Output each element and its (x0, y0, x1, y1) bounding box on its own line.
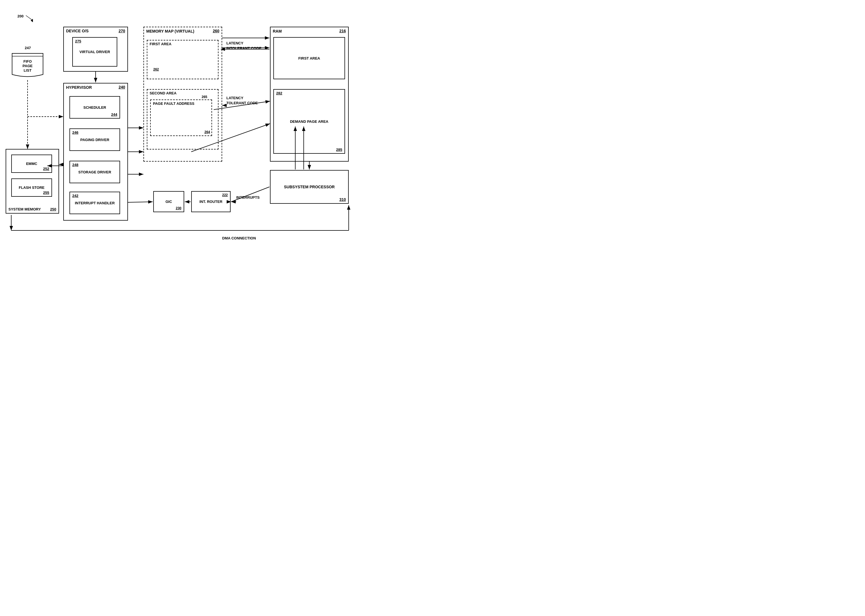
emmc-num: 252 (43, 167, 49, 171)
paging-driver-box: 246 PAGING DRIVER (69, 129, 120, 151)
gic-box: GIC 230 (153, 191, 184, 212)
emmc-label: EMMC (26, 162, 38, 166)
svg-line-20 (128, 202, 153, 202)
memory-map-num: 260 (213, 29, 219, 33)
device-os-num: 270 (119, 29, 125, 33)
gic-num: 230 (176, 206, 181, 210)
flash-store-box: FLASH STORE 255 (11, 178, 52, 197)
dma-connection-label: DMA CONNECTION (222, 236, 256, 240)
flash-store-num: 255 (43, 190, 49, 195)
demand-page-box: 282 DEMAND PAGE AREA 285 (273, 89, 345, 154)
latency-tolerant-label: LATENCY TOLERANT CODE (226, 96, 263, 106)
virtual-driver-box: 275 VIRTUAL DRIVER (72, 37, 117, 67)
first-area-ram-label: FIRST AREA (298, 56, 320, 60)
scheduler-label: SCHEDULER (84, 105, 106, 110)
system-memory-box: EMMC 252 FLASH STORE 255 SYSTEM MEMORY 2… (6, 149, 59, 214)
demand-page-num: 285 (336, 148, 342, 152)
scheduler-box: SCHEDULER 244 (69, 96, 120, 119)
flash-store-label: FLASH STORE (19, 185, 45, 190)
first-area-ram-box: FIRST AREA (273, 37, 345, 79)
virtual-driver-label: VIRTUAL DRIVER (80, 50, 110, 54)
fifo-num-label: 247 (25, 46, 31, 50)
gic-label: GIC (165, 200, 172, 204)
first-area-virtual-box: FIRST AREA (147, 40, 219, 79)
latency-intolerant-label: LATENCY INTOLERANT CODE (226, 41, 263, 51)
device-os-box: DEVICE O/S 270 275 VIRTUAL DRIVER (63, 27, 128, 72)
demand-page-area-num: 282 (276, 91, 282, 95)
page-fault-num1: 265 (202, 95, 207, 99)
storage-driver-box: 248 STORAGE DRIVER (69, 161, 120, 183)
paging-driver-num: 246 (72, 130, 79, 135)
emmc-box: EMMC 252 (11, 154, 52, 173)
svg-text:PAGE: PAGE (22, 64, 33, 68)
second-area-virtual-box: SECOND AREA PAGE FAULT ADDRESS 264 265 (147, 89, 219, 149)
second-area-virtual-label: SECOND AREA (147, 90, 179, 97)
scheduler-num: 244 (111, 112, 117, 116)
ref-262-label: 262 (153, 68, 159, 71)
system-memory-label: SYSTEM MEMORY (6, 206, 43, 213)
ram-num: 216 (339, 29, 346, 33)
ram-label: RAM (271, 27, 284, 35)
fifo-shape: FIFO PAGE LIST 247 (11, 52, 44, 81)
svg-line-23 (231, 187, 269, 202)
diagram: 200 FIFO PAGE LIST 247 DEVICE O/S 270 27… (0, 0, 366, 253)
interrupt-handler-num: 242 (72, 193, 79, 198)
int-router-num: 222 (222, 193, 228, 197)
svg-marker-1 (31, 19, 33, 22)
svg-text:FIFO: FIFO (23, 59, 32, 63)
hypervisor-box: HYPERVISOR 240 SCHEDULER 244 246 PAGING … (63, 83, 128, 221)
svg-line-0 (26, 16, 33, 20)
hypervisor-label: HYPERVISOR (64, 83, 94, 91)
ref-200: 200 (17, 14, 24, 18)
interrupt-handler-box: 242 INTERRUPT HANDLER (69, 192, 120, 214)
subsystem-processor-label: SUBSYSTEM PROCESSOR (284, 185, 335, 189)
svg-text:LIST: LIST (24, 68, 32, 72)
virtual-driver-num: 275 (75, 39, 81, 43)
device-os-label: DEVICE O/S (66, 29, 88, 33)
int-router-label: INT. ROUTER (199, 200, 222, 204)
paging-driver-label: PAGING DRIVER (80, 138, 109, 142)
first-area-virtual-label: FIRST AREA (147, 41, 174, 47)
page-fault-num2: 264 (205, 130, 210, 134)
interrupt-handler-label: INTERRUPT HANDLER (75, 201, 115, 205)
ram-box: RAM 216 FIRST AREA 282 DEMAND PAGE AREA … (270, 27, 349, 162)
system-memory-num: 250 (50, 207, 56, 211)
storage-driver-num: 248 (72, 163, 79, 167)
hypervisor-num: 240 (119, 85, 125, 90)
subsystem-processor-num: 310 (339, 197, 346, 202)
int-router-box: INT. ROUTER 222 (191, 191, 231, 212)
memory-map-box: MEMORY MAP (VIRTUAL) 260 FIRST AREA SECO… (143, 27, 222, 162)
page-fault-box: PAGE FAULT ADDRESS 264 265 (150, 99, 212, 136)
subsystem-processor-box: SUBSYSTEM PROCESSOR 310 (270, 170, 349, 204)
interrupts-label: INTERRUPTS (236, 195, 260, 200)
storage-driver-label: STORAGE DRIVER (79, 170, 111, 174)
page-fault-label: PAGE FAULT ADDRESS (151, 100, 197, 107)
demand-page-label: DEMAND PAGE AREA (290, 119, 328, 124)
memory-map-label: MEMORY MAP (VIRTUAL) (144, 27, 197, 35)
